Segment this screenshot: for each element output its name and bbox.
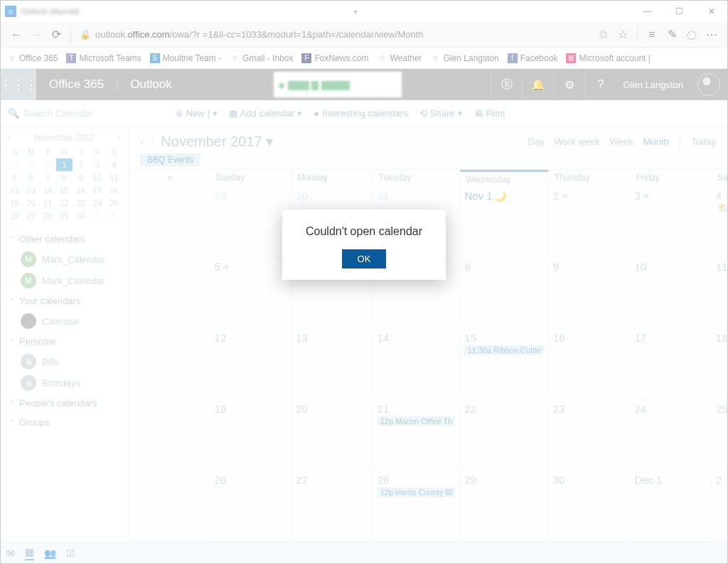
calendar-item[interactable]: Calendar [1,310,128,332]
day-cell[interactable]: 29 [210,187,292,258]
app-launcher[interactable]: ⋮⋮⋮ [1,69,36,100]
day-cell[interactable]: 17 [630,329,712,400]
day-cell[interactable]: 1511:30a Ribbon Cuttin [460,329,548,400]
day-cell[interactable]: 2112p Macon Office Th [373,400,461,471]
user-avatar[interactable] [697,73,720,96]
view-option[interactable]: Day [528,136,545,147]
bookmark-item[interactable]: ☆Gmail - Inbox [230,53,293,63]
view-option[interactable]: Week [610,136,633,147]
event-item[interactable]: 12p Harris County Bl [378,487,456,497]
share-icon[interactable]: ◌ [682,25,702,45]
day-cell[interactable]: 24 [630,400,712,471]
settings-icon[interactable]: ⚙ [553,69,584,100]
notifications-icon[interactable]: 🔔 [522,69,553,100]
view-option[interactable]: Month [643,136,669,147]
app-name[interactable]: Outlook [117,77,185,92]
cal-next[interactable]: › [151,136,154,147]
calendar-item[interactable]: MMark_Calendar [1,249,128,270]
day-cell[interactable]: 29 [460,471,548,542]
interesting-calendars-button[interactable]: ● Interesting calendars [314,108,408,119]
sidebar-section[interactable]: ⌃Your calendars [1,291,128,310]
day-cell[interactable]: 13 [291,329,373,400]
event-item[interactable]: 11:30a Ribbon Cuttin [464,345,543,355]
help-icon[interactable]: ? [584,69,616,100]
bookmark-item[interactable]: ⊞Microsoft account | [566,53,651,63]
maximize-button[interactable]: ☐ [663,1,695,22]
calendar-tag[interactable]: BBQ Events [140,153,200,166]
sidebar-section[interactable]: ⌃Personal [1,332,128,351]
share-button[interactable]: ⟲ Share ▾ [419,108,463,119]
new-button[interactable]: ⊕ New | ▾ [176,108,218,119]
print-button[interactable]: 🖶 Print [474,108,505,119]
new-tab-button[interactable]: ＋ [339,1,371,22]
bookmark-item[interactable]: ☆Weather [377,53,422,63]
day-cell[interactable]: 16 [549,329,631,400]
collapse-pane[interactable]: « [129,170,210,542]
view-option[interactable]: Today [691,136,716,147]
day-cell[interactable]: 8 [460,258,548,329]
dialog-ok-button[interactable]: OK [342,249,387,269]
sidebar-section[interactable]: ⌃People's calendars [1,394,128,413]
day-cell[interactable]: 2812p Harris County Bl [373,471,461,542]
people-module[interactable]: 👥 [44,548,56,559]
sidebar-section[interactable]: ⌃Groups [1,413,128,432]
day-cell[interactable]: 2 [712,471,727,542]
add-calendar-button[interactable]: ▦ Add calendar ▾ [229,108,303,119]
favorite-icon[interactable]: ☆ [613,25,633,45]
calendar-title[interactable]: November 2017 ▾ [161,133,273,150]
day-cell[interactable]: 2☀ [549,187,631,258]
bookmark-item[interactable]: TMicrosoft Teams [66,53,141,63]
refresh-button[interactable]: ⟳ [46,25,66,45]
calendar-item[interactable]: ⊞Bills [1,351,128,372]
close-button[interactable]: ✕ [695,1,727,22]
bookmark-item[interactable]: SMoultrie Team - [150,53,221,63]
day-cell[interactable]: 26 [210,471,292,542]
view-option[interactable]: Work week [555,136,600,147]
cal-prev[interactable]: ‹ [140,136,144,147]
day-cell[interactable]: 27 [291,471,373,542]
bookmark-item[interactable]: ☆Glen Langston [431,53,499,63]
day-cell[interactable]: 23 [549,400,631,471]
calendar-item[interactable]: MMark_Calendar [1,270,128,291]
day-cell[interactable]: 30 [549,471,631,542]
back-button[interactable]: ← [6,25,26,45]
calendar-item[interactable]: ⊞Birthdays [1,372,128,394]
day-cell[interactable]: 3☀ [630,187,712,258]
day-cell[interactable]: 18 [712,329,727,400]
calendar-module[interactable]: ▦ [25,546,34,560]
hub-icon[interactable]: ≡ [642,25,662,45]
more-icon[interactable]: ⋯ [702,25,722,45]
user-name[interactable]: Glen Langston [616,80,690,90]
day-cell[interactable]: 10 [630,258,712,329]
day-cell[interactable]: Dec 1 [630,471,712,542]
day-cell[interactable]: 9 [549,258,631,329]
skype-icon[interactable]: ⓢ [491,69,522,100]
day-cell[interactable]: 14 [373,329,461,400]
event-item[interactable]: 12p Macon Office Th [378,416,456,426]
sidebar-section[interactable]: ⌃Other calendars [1,229,128,249]
day-cell[interactable]: 12 [210,329,292,400]
search-calendar[interactable]: 🔍 Search Calendar [8,108,129,119]
mini-calendar[interactable]: ‹ November 2017 › SMTWTFS293031123456789… [1,127,128,229]
minimize-button[interactable]: — [631,1,663,22]
day-cell[interactable]: 4⛅ [712,187,727,258]
bookmark-item[interactable]: fFacebook [508,53,558,63]
mail-module[interactable]: ✉ [6,548,15,559]
suite-brand[interactable]: Office 365 [36,77,117,92]
url-field[interactable]: outlook.office.com/owa/?r =1&ll-cc=1033&… [95,29,593,40]
day-cell[interactable]: 25 [712,400,727,471]
mini-next[interactable]: › [118,133,121,143]
notes-icon[interactable]: ✎ [662,25,682,45]
day-cell[interactable]: Nov 1🌙 [460,187,548,258]
mini-prev[interactable]: ‹ [8,133,11,143]
forward-button[interactable]: → [26,25,46,45]
bookmark-item[interactable]: ☆Office 365 [6,53,58,63]
day-cell[interactable]: 20 [291,400,373,471]
day-cell[interactable]: 11 [712,258,727,329]
bookmark-item[interactable]: FFoxNews.com [301,53,368,63]
reading-view-icon[interactable]: ⧉ [593,25,613,45]
day-cell[interactable]: 19 [210,400,292,471]
tasks-module[interactable]: ☑ [66,548,75,559]
day-cell[interactable]: 22 [460,400,548,471]
day-cell[interactable]: 5☀ [210,258,292,329]
